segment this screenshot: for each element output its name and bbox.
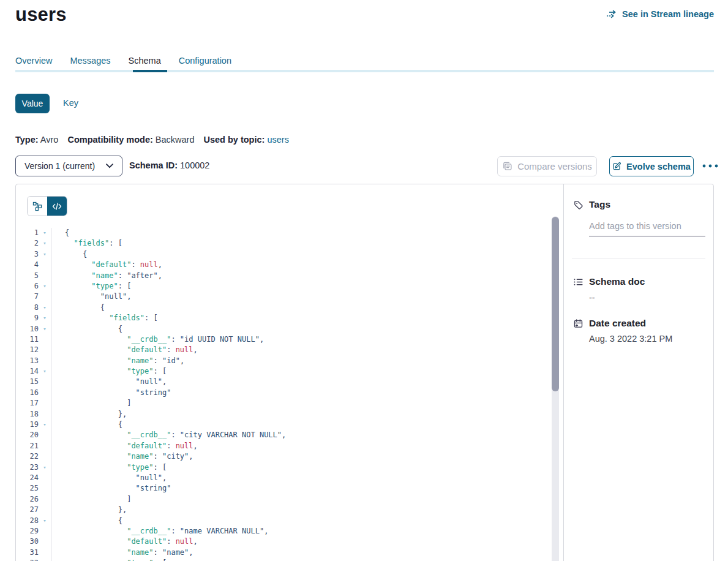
sidebar-divider <box>572 258 705 258</box>
line-number: 12 <box>16 345 39 355</box>
fold-toggle-icon[interactable]: ▾ <box>39 516 51 526</box>
code-line: 28▾ { <box>16 516 563 526</box>
fold-spacer <box>39 334 51 345</box>
page-title: users <box>15 4 67 26</box>
line-number: 25 <box>16 483 39 494</box>
code-line-text: "name": "after", <box>51 271 162 281</box>
tab-overview[interactable]: Overview <box>15 56 52 66</box>
fold-toggle-icon[interactable]: ▾ <box>39 238 51 249</box>
add-tags-input[interactable] <box>589 219 705 236</box>
fold-toggle-icon[interactable]: ▾ <box>39 462 51 473</box>
code-line: 27 }, <box>16 505 563 515</box>
tags-title: Tags <box>589 199 610 210</box>
code-view-icon <box>52 202 62 211</box>
code-line-text: { <box>51 324 122 334</box>
line-number: 16 <box>16 388 39 398</box>
line-number: 1 <box>16 228 39 238</box>
tag-icon <box>573 200 584 210</box>
code-line: 4 "default": null, <box>16 260 563 270</box>
fold-toggle-icon[interactable]: ▾ <box>39 420 51 430</box>
schema-id: Schema ID: 100002 <box>129 160 209 170</box>
line-number: 19 <box>16 420 39 430</box>
fold-toggle-icon[interactable]: ▾ <box>39 228 51 238</box>
schema-doc-title: Schema doc <box>589 276 645 287</box>
code-line: 7 "null", <box>16 292 563 302</box>
line-number: 30 <box>16 537 39 547</box>
date-created-title: Date created <box>589 318 646 329</box>
code-editor[interactable]: 1▾{2▾ "fields": [3▾ {4 "default": null,5… <box>16 216 563 561</box>
key-toggle-button[interactable]: Key <box>63 98 78 108</box>
fold-toggle-icon[interactable]: ▾ <box>39 281 51 292</box>
line-number: 11 <box>16 334 39 345</box>
evolve-schema-button[interactable]: Evolve schema <box>609 156 694 176</box>
code-line: 25 "string" <box>16 483 563 494</box>
code-line-text: "name": "city", <box>51 451 193 462</box>
code-line: 32▾ "type": [ <box>16 558 563 561</box>
line-number: 20 <box>16 430 39 440</box>
code-line-text: "null", <box>51 473 167 483</box>
fold-toggle-icon[interactable]: ▾ <box>39 366 51 377</box>
code-line: 2▾ "fields": [ <box>16 238 563 249</box>
tab-configuration[interactable]: Configuration <box>179 56 231 66</box>
line-number: 14 <box>16 366 39 377</box>
schema-metadata-sidebar: Tags Schema doc -- <box>563 184 714 561</box>
code-line-text: { <box>51 420 122 430</box>
fold-spacer <box>39 526 51 537</box>
code-line-text: "fields": [ <box>51 313 158 323</box>
more-options-button[interactable] <box>700 159 720 173</box>
fold-toggle-icon[interactable]: ▾ <box>39 249 51 260</box>
fold-spacer <box>39 537 51 547</box>
version-dropdown-value: Version 1 (current) <box>24 161 95 171</box>
code-view-button[interactable] <box>47 197 67 216</box>
code-line-text: "fields": [ <box>51 238 122 249</box>
line-number: 21 <box>16 441 39 451</box>
line-number: 8 <box>16 303 39 313</box>
code-line: 20 "__crdb__": "city VARCHAR NOT NULL", <box>16 430 563 440</box>
code-line-text: "name": "name", <box>51 548 193 558</box>
compare-versions-label: Compare versions <box>517 161 592 171</box>
code-line-text: { <box>51 228 69 238</box>
fold-spacer <box>39 494 51 505</box>
line-number: 5 <box>16 271 39 281</box>
date-created-value: Aug. 3 2022 3:21 PM <box>589 334 672 344</box>
code-line-text: "type": [ <box>51 558 167 561</box>
code-line-text: "type": [ <box>51 462 167 473</box>
line-number: 27 <box>16 505 39 515</box>
code-line-text: { <box>51 249 87 260</box>
code-line-text: "__crdb__": "name VARCHAR NULL", <box>51 526 268 537</box>
schema-doc-header: Schema doc <box>573 276 645 287</box>
versions-icon <box>502 161 512 171</box>
line-number: 4 <box>16 260 39 270</box>
code-line: 31 "name": "name", <box>16 548 563 558</box>
tab-schema[interactable]: Schema <box>129 56 161 66</box>
code-line: 23▾ "type": [ <box>16 462 563 473</box>
tab-bar: Overview Messages Schema Configuration <box>15 56 231 66</box>
editor-scrollbar-thumb[interactable] <box>552 217 559 391</box>
code-line-text: "name": "id", <box>51 356 184 366</box>
line-number: 23 <box>16 462 39 473</box>
topic-link[interactable]: users <box>267 135 288 145</box>
editor-scrollbar-track[interactable] <box>552 216 559 561</box>
fold-spacer <box>39 260 51 270</box>
value-toggle-button[interactable]: Value <box>15 94 50 113</box>
fold-toggle-icon[interactable]: ▾ <box>39 313 51 323</box>
fold-spacer <box>39 398 51 409</box>
meta-compatibility-label: Compatibility mode: <box>67 135 152 145</box>
tree-view-button[interactable] <box>28 197 47 216</box>
schema-meta-row: Type: Avro Compatibility mode: Backward … <box>15 135 289 145</box>
compare-versions-button[interactable]: Compare versions <box>497 156 597 176</box>
code-line: 26 ] <box>16 494 563 505</box>
code-line-text: "type": [ <box>51 281 131 292</box>
fold-toggle-icon[interactable]: ▾ <box>39 324 51 334</box>
fold-spacer <box>39 271 51 281</box>
version-dropdown[interactable]: Version 1 (current) <box>15 156 122 176</box>
stream-lineage-link[interactable]: See in Stream lineage <box>606 9 714 19</box>
fold-toggle-icon[interactable]: ▾ <box>39 303 51 313</box>
code-line-text: "__crdb__": "city VARCHAR NOT NULL", <box>51 430 286 440</box>
code-line: 19▾ { <box>16 420 563 430</box>
fold-toggle-icon[interactable]: ▾ <box>39 558 51 561</box>
fold-spacer <box>39 548 51 558</box>
code-line: 12 "default": null, <box>16 345 563 355</box>
fold-spacer <box>39 409 51 420</box>
tab-messages[interactable]: Messages <box>70 56 110 66</box>
